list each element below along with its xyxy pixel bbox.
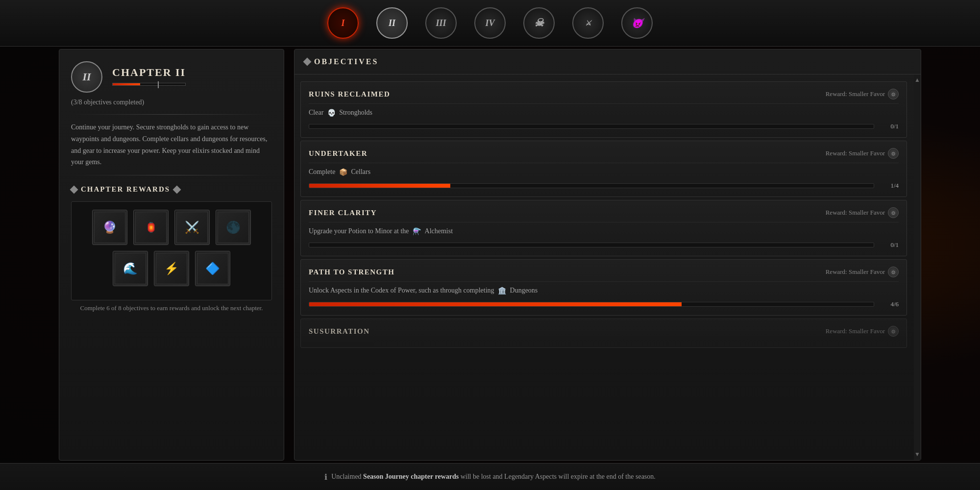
status-bold-text: Season Journey chapter rewards	[363, 473, 459, 480]
reward-item-1: 🔮	[92, 210, 127, 245]
reward-item-7: 🔷	[195, 251, 230, 286]
objectives-diamond-icon	[303, 58, 312, 66]
chapter-emblem: II	[71, 61, 102, 93]
rewards-section-title: CHAPTER REWARDS	[81, 185, 170, 194]
chapter-3-button[interactable]: III	[424, 6, 458, 40]
reward-icon-4: 🌑	[226, 220, 241, 234]
desc-suffix-4: Dungeons	[510, 287, 538, 294]
sep-4	[309, 281, 899, 282]
chapter-rewards-section: CHAPTER REWARDS 🔮 🏮 ⚔️ 🌑	[71, 185, 272, 312]
chapter-description: Continue your journey. Secure stronghold…	[71, 122, 272, 168]
desc-icon-1: 💀	[326, 108, 336, 118]
objective-path-to-strength: PATH TO STRENGTH Reward: Smaller Favor ⊙…	[300, 259, 907, 316]
status-info-icon: ℹ	[324, 472, 327, 482]
reward-icon-7: 🔷	[205, 262, 220, 275]
objective-reward-5: Reward: Smaller Favor ⊙	[826, 326, 899, 337]
chapter-objectives-count: (3/8 objectives completed)	[71, 98, 272, 106]
objective-ruins-reclaimed: RUINS RECLAIMED Reward: Smaller Favor ⊙ …	[300, 81, 907, 138]
progress-container-4: 4/6	[309, 300, 899, 308]
rewards-section-header: CHAPTER REWARDS	[71, 185, 272, 194]
desc-suffix-3: Alchemist	[425, 227, 453, 235]
reward-favor-icon-2: ⊙	[888, 148, 899, 159]
scroll-up-arrow[interactable]: ▲	[914, 76, 920, 84]
status-suffix: will be lost and Legendary Aspects will …	[459, 473, 656, 480]
reward-icon-3: ⚔️	[185, 220, 199, 234]
reward-icon-2: 🏮	[145, 221, 157, 233]
progress-container-3: 0/1	[309, 241, 899, 249]
left-panel: II CHAPTER II (3/8 objectives completed)…	[59, 49, 284, 461]
status-bar: ℹ Unclaimed Season Journey chapter rewar…	[0, 463, 980, 490]
diamond-icon-left	[70, 185, 78, 194]
chapter-7-button[interactable]: 👿	[620, 6, 654, 40]
rewards-row-2: 🌊 ⚡ 🔷	[79, 251, 264, 286]
desc-text-2: Complete	[309, 168, 335, 176]
objective-top-2: UNDERTAKER Reward: Smaller Favor ⊙	[309, 148, 899, 159]
diamond-icon-right	[173, 185, 181, 194]
objectives-list[interactable]: RUINS RECLAIMED Reward: Smaller Favor ⊙ …	[294, 74, 914, 460]
chapter-2-button[interactable]: II	[375, 6, 409, 40]
objective-desc-1: Clear 💀 Strongholds	[309, 108, 899, 118]
rewards-row-1: 🔮 🏮 ⚔️ 🌑	[79, 210, 264, 245]
chapter-progress-marker	[158, 81, 159, 88]
sep-1	[309, 103, 899, 104]
objective-finer-clarity: FINER CLARITY Reward: Smaller Favor ⊙ Up…	[300, 200, 907, 256]
reward-icon-6: ⚡	[164, 262, 179, 275]
chapter-title: CHAPTER II	[112, 66, 186, 79]
reward-item-6: ⚡	[154, 251, 189, 286]
divider-1	[71, 114, 272, 115]
chapter-4-button[interactable]: IV	[473, 6, 507, 40]
chapter-progress-bar	[112, 83, 186, 86]
desc-text-1: Clear	[309, 109, 323, 117]
objective-top-4: PATH TO STRENGTH Reward: Smaller Favor ⊙	[309, 267, 899, 277]
reward-label-2: Reward: Smaller Favor	[826, 149, 885, 157]
chapter-header: II CHAPTER II	[71, 61, 272, 93]
desc-text-4: Unlock Aspects in the Codex of Power, su…	[309, 287, 494, 294]
objective-name-5: SUSURRATION	[309, 327, 370, 336]
chapter-7-icon: 👿	[621, 7, 653, 39]
desc-text-3: Upgrade your Potion to Minor at the	[309, 227, 409, 235]
chapter-5-icon: ☠	[523, 7, 555, 39]
desc-suffix-2: Cellars	[351, 168, 370, 176]
desc-icon-4: 🏛️	[497, 286, 507, 295]
objectives-header: OBJECTIVES	[294, 49, 921, 74]
scroll-indicator[interactable]: ▲ ▼	[914, 74, 921, 460]
main-content: II CHAPTER II (3/8 objectives completed)…	[59, 49, 921, 461]
right-panel: OBJECTIVES RUINS RECLAIMED Reward: Small…	[294, 49, 921, 461]
scroll-down-arrow[interactable]: ▼	[914, 451, 920, 458]
reward-favor-icon-3: ⊙	[888, 207, 899, 218]
reward-icon-5: 🌊	[123, 262, 138, 275]
status-text: Unclaimed Season Journey chapter rewards…	[331, 473, 656, 481]
progress-text-1: 0/1	[879, 122, 899, 130]
objective-name-1: RUINS RECLAIMED	[309, 90, 390, 98]
chapter-navigation: I II III IV ☠ ⚔ 👿	[0, 0, 980, 47]
objective-reward-4: Reward: Smaller Favor ⊙	[826, 267, 899, 277]
objective-reward-1: Reward: Smaller Favor ⊙	[826, 89, 899, 99]
objective-desc-4: Unlock Aspects in the Codex of Power, su…	[309, 286, 899, 295]
objective-desc-2: Complete 📦 Cellars	[309, 167, 899, 177]
chapter-5-button[interactable]: ☠	[522, 6, 556, 40]
reward-icon-1: 🔮	[102, 220, 117, 234]
reward-item-2: 🏮	[133, 210, 169, 245]
reward-label-4: Reward: Smaller Favor	[826, 268, 885, 276]
reward-favor-icon-4: ⊙	[888, 267, 899, 277]
objective-desc-3: Upgrade your Potion to Minor at the ⚗️ A…	[309, 226, 899, 236]
desc-suffix-1: Strongholds	[339, 109, 372, 117]
chapter-1-icon: I	[327, 7, 359, 39]
rewards-grid: 🔮 🏮 ⚔️ 🌑 🌊	[71, 201, 272, 300]
reward-label-3: Reward: Smaller Favor	[826, 209, 885, 217]
chapter-progress-fill	[113, 83, 140, 85]
reward-favor-icon-5: ⊙	[888, 326, 899, 337]
objective-top-1: RUINS RECLAIMED Reward: Smaller Favor ⊙	[309, 89, 899, 99]
chapter-1-button[interactable]: I	[326, 6, 360, 40]
objective-undertaker: UNDERTAKER Reward: Smaller Favor ⊙ Compl…	[300, 141, 907, 197]
reward-item-4: 🌑	[216, 210, 251, 245]
sep-2	[309, 163, 899, 163]
progress-container-2: 1/4	[309, 182, 899, 190]
objective-susurration: SUSURRATION Reward: Smaller Favor ⊙	[300, 318, 907, 348]
reward-label-5: Reward: Smaller Favor	[826, 327, 885, 335]
chapter-6-button[interactable]: ⚔	[571, 6, 605, 40]
chapter-6-icon: ⚔	[572, 7, 604, 39]
objective-top-3: FINER CLARITY Reward: Smaller Favor ⊙	[309, 207, 899, 218]
progress-text-2: 1/4	[879, 182, 899, 190]
reward-favor-icon-1: ⊙	[888, 89, 899, 99]
